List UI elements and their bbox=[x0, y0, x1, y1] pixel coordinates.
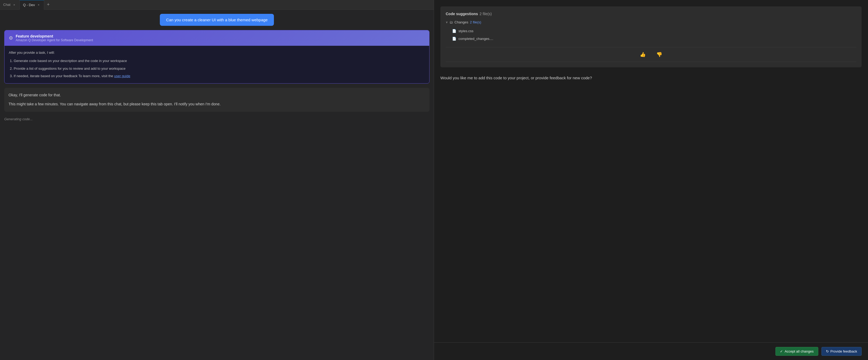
feature-card-body: After you provide a task, I will: 1. Gen… bbox=[4, 46, 429, 83]
refresh-icon: ↻ bbox=[826, 349, 829, 353]
code-suggestions-title: Code suggestions 2 file(s) bbox=[446, 12, 856, 16]
folder-icon: 🗂 bbox=[450, 20, 453, 24]
file-name-1: styles.css bbox=[459, 29, 473, 33]
feature-intro: After you provide a task, I will: bbox=[9, 50, 425, 56]
feature-list-item-3: 3. If needed, iterate based on your feed… bbox=[9, 73, 425, 79]
response-card: Okay, I'll generate code for that. This … bbox=[4, 88, 430, 112]
tab-add-button[interactable]: + bbox=[44, 0, 52, 9]
file-item-1[interactable]: 📄 styles.css bbox=[446, 28, 856, 34]
file-icon-2: 📄 bbox=[452, 37, 456, 41]
changes-section: ∨ 🗂 Changes 2 file(s) 📄 styles.css 📄 com… bbox=[446, 20, 856, 42]
tab-q-dev-close[interactable]: × bbox=[36, 3, 41, 7]
feature-icon: ⚙ bbox=[9, 35, 13, 41]
accept-all-changes-button[interactable]: ✓ Accept all changes bbox=[775, 347, 818, 356]
right-content: Code suggestions 2 file(s) ∨ 🗂 Changes 2… bbox=[434, 0, 868, 342]
changes-header: ∨ 🗂 Changes 2 file(s) bbox=[446, 20, 856, 24]
file-count-badge: 2 file(s) bbox=[479, 12, 492, 16]
thumbs-down-button[interactable]: 👎 bbox=[654, 51, 664, 59]
feature-list-item-2: 2. Provide a list of suggestions for you… bbox=[9, 66, 425, 71]
user-guide-link[interactable]: user guide bbox=[114, 74, 130, 78]
feature-subtitle: Amazon Q Developer Agent for Software De… bbox=[16, 38, 93, 42]
chat-content: Can you create a cleaner UI with a blue … bbox=[0, 9, 434, 360]
tab-q-dev-label: Q - Dev bbox=[23, 3, 35, 7]
feature-card-header: ⚙ Feature development Amazon Q Developer… bbox=[4, 30, 429, 46]
check-icon: ✓ bbox=[780, 349, 783, 353]
thumbs-up-button[interactable]: 👍 bbox=[638, 51, 648, 59]
user-message-text: Can you create a cleaner UI with a blue … bbox=[166, 18, 268, 22]
feature-title: Feature development bbox=[16, 34, 93, 38]
response-line-1: Okay, I'll generate code for that. bbox=[8, 92, 425, 98]
right-panel: Code suggestions 2 file(s) ∨ 🗂 Changes 2… bbox=[434, 0, 868, 360]
feedback-thumbs: 👍 👎 bbox=[446, 47, 856, 62]
code-suggestions-box: Code suggestions 2 file(s) ∨ 🗂 Changes 2… bbox=[440, 6, 862, 67]
generating-label: Generating code... bbox=[4, 116, 430, 122]
changes-count: 2 file(s) bbox=[470, 20, 481, 24]
response-line-2: This might take a few minutes. You can n… bbox=[8, 101, 425, 108]
provide-feedback-button[interactable]: ↻ Provide feedback bbox=[822, 347, 862, 356]
question-text: Would you like me to add this code to yo… bbox=[440, 72, 862, 83]
feature-list-item-3-text: 3. If needed, iterate based on your feed… bbox=[10, 74, 113, 78]
suggestions-label: Code suggestions bbox=[446, 12, 478, 16]
user-message-bubble: Can you create a cleaner UI with a blue … bbox=[160, 14, 274, 26]
file-name-2: completed_changes.... bbox=[459, 37, 493, 41]
tab-chat-label: Chat bbox=[3, 3, 10, 7]
changes-label: Changes bbox=[455, 20, 468, 24]
file-icon-1: 📄 bbox=[452, 29, 456, 33]
feature-card: ⚙ Feature development Amazon Q Developer… bbox=[4, 30, 430, 84]
left-panel: Chat × Q - Dev × + Can you create a clea… bbox=[0, 0, 434, 360]
bottom-actions: ✓ Accept all changes ↻ Provide feedback bbox=[434, 342, 868, 360]
feature-list-item-1: 1. Generate code based on your descripti… bbox=[9, 58, 425, 64]
file-item-2[interactable]: 📄 completed_changes.... bbox=[446, 36, 856, 42]
accept-btn-label: Accept all changes bbox=[784, 349, 813, 353]
tab-chat-close[interactable]: × bbox=[12, 3, 16, 7]
feature-card-header-text: Feature development Amazon Q Developer A… bbox=[16, 34, 93, 42]
feedback-btn-label: Provide feedback bbox=[831, 349, 857, 353]
tabs-bar: Chat × Q - Dev × + bbox=[0, 0, 434, 9]
tab-q-dev[interactable]: Q - Dev × bbox=[20, 0, 44, 9]
tab-chat[interactable]: Chat × bbox=[0, 0, 20, 9]
feature-list: 1. Generate code based on your descripti… bbox=[9, 58, 425, 79]
chevron-down-icon[interactable]: ∨ bbox=[446, 21, 448, 24]
